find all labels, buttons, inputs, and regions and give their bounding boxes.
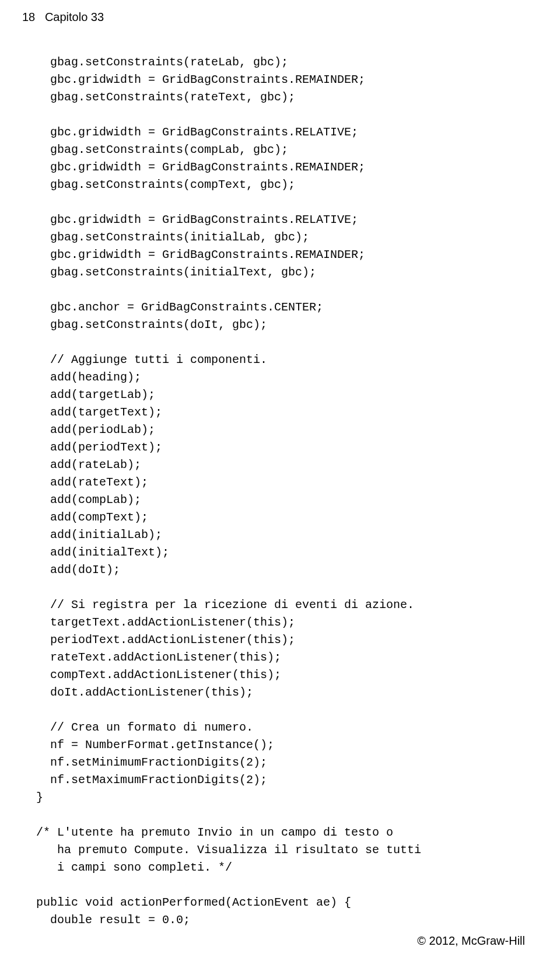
code-listing: gbag.setConstraints(rateLab, gbc); gbc.g… [22,54,525,929]
page-header: 18 Capitolo 33 [22,11,104,24]
page-number: 18 [22,11,35,23]
footer-copyright: © 2012, McGraw-Hill [417,934,525,948]
page: 18 Capitolo 33 gbag.setConstraints(rateL… [0,0,560,964]
chapter-title: Capitolo 33 [45,11,104,23]
